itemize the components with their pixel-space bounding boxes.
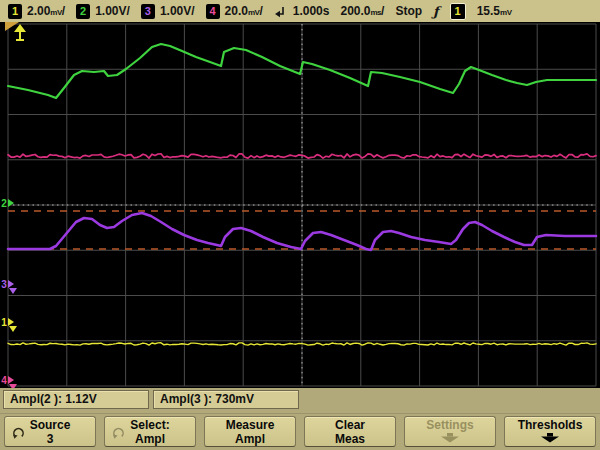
- channel-3-low-marker: [9, 288, 17, 294]
- channel-2-ground-marker: 2: [0, 196, 14, 210]
- delay-marker-icon: [274, 5, 286, 18]
- softkey-source[interactable]: Source 3: [4, 416, 96, 447]
- channel-2-badge: 2: [76, 4, 90, 19]
- trigger-level-marker: [13, 24, 27, 43]
- softkey-value: Ampl: [205, 432, 295, 446]
- softkey-row: Source 3 Select: Ampl Measure Ampl Clear…: [0, 413, 600, 450]
- channel-3-scale: 1.00V/: [160, 4, 195, 18]
- waveform-svg: [0, 22, 600, 388]
- trigger-slope-icon: ƒ: [433, 4, 439, 19]
- channel-4-status: 4 20.0mV/: [206, 4, 263, 19]
- measurement-row: Ampl(2 ): 1.12V Ampl(3 ): 730mV: [0, 388, 600, 413]
- knob-icon: [112, 426, 125, 439]
- softkey-label: Clear: [305, 418, 395, 432]
- screen: 2314: [0, 22, 600, 388]
- measurement-ampl-ch2: Ampl(2 ): 1.12V: [3, 390, 149, 409]
- trigger-source-badge: 1: [450, 3, 466, 20]
- channel-1-badge: 1: [8, 4, 22, 19]
- down-arrow-icon: [540, 433, 560, 443]
- softkey-label: Settings: [405, 418, 495, 432]
- channel-3-status: 3 1.00V/: [141, 4, 195, 19]
- softkey-select[interactable]: Select: Ampl: [104, 416, 196, 447]
- channel-1-status: 1 2.00mV/: [8, 4, 65, 19]
- channel-1-low-marker: [9, 326, 17, 332]
- softkey-measure[interactable]: Measure Ampl: [204, 416, 296, 447]
- status-bar: 1 2.00mV/ 2 1.00V/ 3 1.00V/ 4 20.0mV/ 1.…: [0, 0, 600, 22]
- softkey-thresholds[interactable]: Thresholds: [504, 416, 596, 447]
- softkey-value: Meas: [305, 432, 395, 446]
- down-arrow-icon: [440, 433, 460, 443]
- knob-icon: [12, 426, 25, 439]
- channel-1-scale: 2.00mV/: [27, 4, 65, 18]
- channel-4-badge: 4: [206, 4, 220, 19]
- channel-2-scale: 1.00V/: [95, 4, 130, 18]
- measurement-ampl-ch3: Ampl(3 ): 730mV: [153, 390, 299, 409]
- softkey-label: Measure: [205, 418, 295, 432]
- softkey-settings: Settings: [404, 416, 496, 447]
- timebase-value: 200.0ms/: [340, 4, 384, 18]
- channel-2-status: 2 1.00V/: [76, 4, 130, 19]
- softkey-label: Thresholds: [505, 418, 595, 432]
- channel-3-badge: 3: [141, 4, 155, 19]
- run-state: Stop: [395, 4, 422, 18]
- softkey-clear-meas[interactable]: Clear Meas: [304, 416, 396, 447]
- trigger-level: 15.5mV: [477, 4, 512, 18]
- delay-value: 1.000s: [293, 4, 330, 18]
- oscilloscope-ui: { "top_bar": { "channels": [ {"num": "1"…: [0, 0, 600, 450]
- channel-4-scale: 20.0mV/: [225, 4, 263, 18]
